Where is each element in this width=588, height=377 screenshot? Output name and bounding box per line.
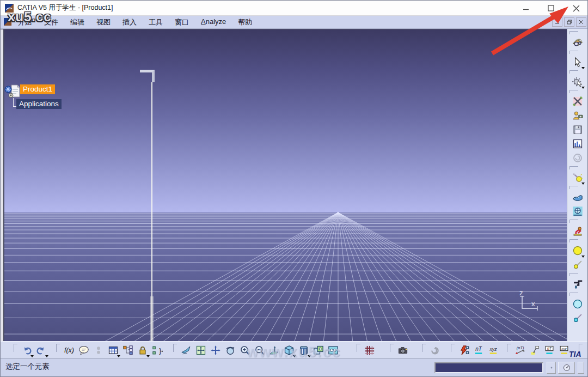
dropdown-arrow-icon[interactable] [581,67,585,69]
design-table-button[interactable] [106,343,120,357]
dropdown-arrow-icon[interactable] [581,87,585,89]
save-disabled-button[interactable] [570,123,585,137]
title-bar: CATIA V5 用于学生 - [Product1] [1,1,588,16]
toolbar-grip[interactable] [507,344,511,352]
select-button[interactable] [570,55,585,69]
formula-button[interactable]: f(x) [62,343,76,357]
fit-all-in-button[interactable] [193,343,208,357]
surface-analysis-button[interactable] [570,190,585,204]
toolbar-grip[interactable] [56,344,60,352]
mdi-restore-button[interactable] [564,17,574,27]
toolbar-grip[interactable] [14,344,17,352]
menu-item-view[interactable]: 视图 [90,16,117,29]
toolbar-grip[interactable] [390,344,394,352]
measure-item-button[interactable] [527,343,542,357]
statusbar-resize-edge[interactable] [578,362,584,374]
measure-thickness-boxed-icon: nT [544,345,555,356]
workbench-product-structure-icon [572,37,583,48]
analysis-chart-button[interactable] [570,137,585,151]
workbench-product-structure-button[interactable] [570,35,585,50]
power-input-field[interactable] [434,362,543,373]
measure-between-button[interactable]: (nT) [512,343,527,357]
knowledge-diagram-button[interactable] [120,343,135,357]
tree-node-product1[interactable]: Product1 [20,84,55,94]
toolbar-grip[interactable] [569,186,578,189]
viewport-3d[interactable]: Product1 Applications z x [1,29,568,341]
links-disabled-button[interactable] [91,343,106,357]
sectioning-button[interactable] [570,204,585,218]
redo-button[interactable] [34,343,48,357]
selection-sets-icon [572,76,583,87]
dial-button[interactable] [558,362,575,374]
menu-item-window[interactable]: 窗口 [169,16,195,29]
toolbar-grip[interactable] [569,51,578,54]
catalog-browser-button[interactable] [570,108,585,123]
tree-trunk-bracket[interactable] [140,70,155,82]
relations-button[interactable]: }= [150,343,164,357]
dropdown-arrow-icon[interactable] [45,355,48,357]
toolbar-grip[interactable] [569,70,578,74]
toolbar-grip[interactable] [173,344,177,352]
design-table-icon [108,345,119,356]
fly-mode-button[interactable] [179,343,193,357]
light-source-icon [572,172,583,183]
measure-thickness-button[interactable]: nT [471,343,486,357]
update-button[interactable] [456,343,471,357]
right-toolbar [567,29,587,341]
mdi-close-button[interactable] [576,17,586,27]
dmu-tools-icon [572,96,583,107]
product-node-icon[interactable] [4,83,21,99]
lock-button[interactable] [135,343,150,357]
menu-item-edit[interactable]: 编辑 [64,16,90,29]
knowledge-diagram-icon [122,345,133,356]
light-source-button[interactable] [570,171,585,185]
knowledge-advisor-icon [78,345,89,356]
selection-sets-button[interactable] [570,75,585,89]
disabled-tool-button[interactable] [570,151,585,165]
fly-mode-icon [181,345,192,356]
toolbar-grip[interactable] [357,344,360,352]
camera-capture-button[interactable] [395,343,410,357]
circle-cyan-icon [572,299,583,309]
power-input-small-button[interactable] [547,362,556,374]
pan-button[interactable] [208,343,223,357]
knowledge-advisor-button[interactable] [76,343,91,357]
undo-button[interactable] [19,343,34,357]
menu-item-analyze[interactable]: Analyze [195,16,232,29]
lock-icon [137,345,148,356]
toolbar-grip[interactable] [451,344,455,352]
dropdown-arrow-icon[interactable] [581,183,585,185]
measure-between-alt-button[interactable]: (nT) [584,343,588,357]
point-cyan-button[interactable] [570,311,585,325]
simulation-robot-icon [572,226,583,236]
rotate-button[interactable] [223,343,237,357]
tree-node-applications[interactable]: Applications [16,99,62,109]
toolbar-grip[interactable] [569,220,578,223]
toolbar-grip[interactable] [569,166,578,169]
toolbar-grip[interactable] [569,293,578,296]
mdi-minimize-button[interactable] [552,17,562,27]
menu-item-help[interactable]: 帮助 [232,16,258,29]
point-yellow-button[interactable] [570,258,585,272]
point-cyan-icon [572,313,583,324]
circle-cyan-button[interactable] [570,297,585,311]
minimize-button[interactable] [513,1,538,16]
collaborate-disabled-button[interactable] [427,343,442,357]
simulation-robot-button[interactable] [570,224,585,238]
update-icon [458,345,469,356]
grid-button[interactable] [362,343,377,357]
toolbar-grip[interactable] [422,344,426,352]
dmu-tools-button[interactable] [570,94,585,108]
menu-item-insert[interactable]: 插入 [117,16,143,29]
toolbar-grip[interactable] [569,90,578,93]
maximize-button[interactable] [538,1,564,16]
toolbar-grip[interactable] [569,31,578,34]
clash-faucet-button[interactable] [570,277,585,291]
toolbar-grip[interactable] [569,273,578,276]
measure-thickness-boxed-button[interactable]: nT [542,343,556,357]
measure-xyz-button[interactable]: xyz [486,343,500,357]
sphere-yellow-button[interactable] [570,244,585,258]
menu-item-tools[interactable]: 工具 [143,16,169,29]
toolbar-grip[interactable] [569,239,578,242]
close-button[interactable] [564,1,588,16]
